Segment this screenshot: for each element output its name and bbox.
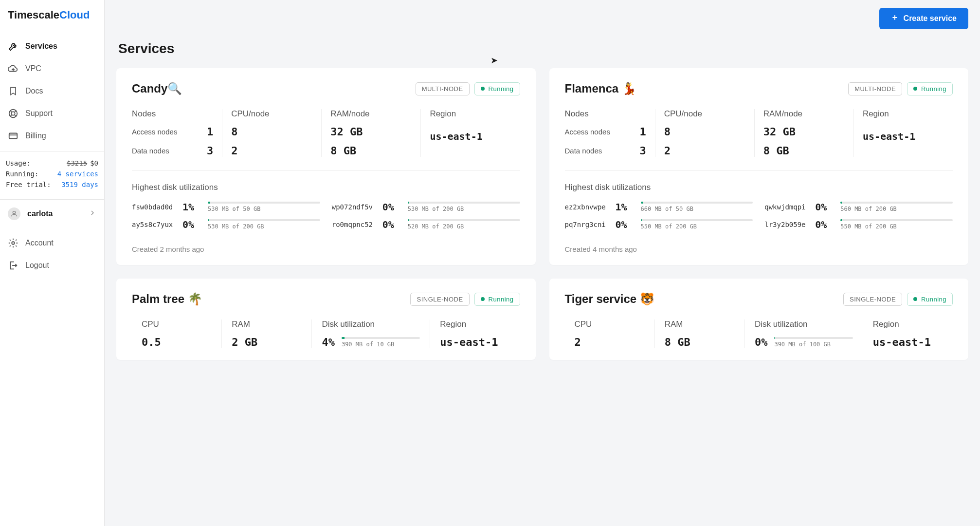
service-card[interactable]: Candy🔍 MULTI-NODE Running Nodes Access n… [116,68,536,265]
stat-value: 32 GB [763,126,796,138]
sidebar-item-label: Docs [25,87,43,95]
disk-pct: 0% [382,219,402,230]
dot-icon [913,297,917,301]
disk-row: ez2xbnvwpe1%660 MB of 50 GB [565,201,753,213]
svg-rect-2 [9,133,18,139]
sidebar-nav: Services VPC Docs Support Billing [0,35,104,151]
main: Create service Services Candy🔍 MULTI-NOD… [105,0,980,526]
stat-value: us-east-1 [873,336,943,348]
disk-sub: 560 MB of 200 GB [840,206,953,212]
sidebar-item-services[interactable]: Services [0,35,104,57]
sidebar-item-label: VPC [25,64,41,73]
trial-value[interactable]: 3519 days [61,181,98,188]
stat-value: 3 [639,145,646,157]
disk-bar [208,202,320,204]
stat-value: 8 GB [665,336,735,348]
disk-bar [641,202,753,204]
stat-label: Region [863,109,944,119]
page-title: Services [118,41,968,56]
stat-value: 1 [207,126,213,138]
disk-id: wp072ndf5v [332,203,377,211]
disk-pct: 1% [616,201,635,213]
status-badge: Running [474,293,520,306]
disk-row: wp072ndf5v0%530 MB of 200 GB [332,201,520,213]
chevron-right-icon [89,209,96,219]
create-service-button[interactable]: Create service [879,8,968,29]
disk-title: Highest disk utilizations [565,183,953,192]
stat-value: 2 [664,145,671,157]
stat-value: 32 GB [330,126,363,138]
service-name: Palm tree 🌴 [132,292,202,306]
stat-sublabel: Access nodes [565,128,610,136]
topbar: Create service [116,8,968,29]
stat-sublabel: Access nodes [132,128,177,136]
stat-label: Nodes [132,109,213,119]
disk-pct: 0% [815,219,835,230]
service-name: Tiger service 🐯 [565,292,654,306]
svg-point-3 [13,211,15,214]
node-type-badge: SINGLE-NODE [843,293,902,306]
disk-sub: 550 MB of 200 GB [840,223,953,230]
node-type-badge: MULTI-NODE [416,82,470,95]
profile-row[interactable]: carlota [0,200,104,228]
disk-bar [342,337,420,339]
stat-label: CPU/node [231,109,312,119]
status-badge: Running [907,293,953,306]
sidebar-item-account[interactable]: Account [0,232,104,254]
disk-id: pq7nrg3cni [565,221,610,228]
dot-icon [481,297,485,301]
plus-icon [891,14,899,23]
usage-value: $0 [90,159,98,167]
stat-label: RAM/node [763,109,845,119]
disk-id: qwkwjdmqpi [764,203,809,211]
sidebar-item-label: Support [25,109,53,118]
disk-sub: 530 MB of 50 GB [208,206,320,212]
stat-label: RAM/node [330,109,412,119]
sidebar-item-vpc[interactable]: VPC [0,57,104,80]
disk-id: lr3y2b059e [764,221,809,228]
disk-sub: 520 MB of 200 GB [408,223,520,230]
disk-id: ro0mqpnc52 [332,221,377,228]
service-card[interactable]: Palm tree 🌴 SINGLE-NODE Running CPU 0.5 … [116,279,536,360]
sidebar-item-support[interactable]: Support [0,102,104,125]
disk-sub: 390 MB of 100 GB [774,341,853,348]
sidebar-item-docs[interactable]: Docs [0,80,104,102]
card-icon [8,131,18,141]
disk-bar [774,337,853,339]
usage-panel: Usage: $3215$0 Running: 4 services Free … [0,151,104,200]
stat-value: 3 [207,145,213,157]
stat-label: Disk utilization [322,319,420,329]
stat-label: Disk utilization [755,319,853,329]
service-card[interactable]: Flamenca 💃 MULTI-NODE Running Nodes Acce… [549,68,969,265]
stat-label: CPU [575,319,645,329]
disk-id: ay5s8c7yux [132,221,177,228]
running-value[interactable]: 4 services [57,170,98,178]
wrench-icon [8,41,18,52]
disk-bar [208,219,320,221]
disk-bar [408,202,520,204]
status-badge: Running [474,82,520,95]
stat-value: 8 GB [763,145,789,157]
disk-pct: 0% [382,201,402,213]
stat-value: 2 GB [232,336,302,348]
stat-label: Region [440,319,510,329]
sidebar-item-billing[interactable]: Billing [0,125,104,147]
logo: TimescaleCloud [0,0,104,35]
stat-label: CPU [142,319,212,329]
stat-label: RAM [232,319,302,329]
sidebar-item-label: Billing [25,132,46,140]
created-text: Created 4 months ago [565,245,953,253]
stat-value: 2 [575,336,645,348]
trial-label: Free trial: [6,181,51,188]
service-card[interactable]: Tiger service 🐯 SINGLE-NODE Running CPU … [549,279,969,360]
stat-label: Region [430,109,511,119]
sidebar-item-logout[interactable]: Logout [0,254,104,277]
stat-value: us-east-1 [440,336,510,348]
disk-sub: 550 MB of 200 GB [641,223,753,230]
disk-pct: 1% [182,201,202,213]
disk-row: ay5s8c7yux0%530 MB of 200 GB [132,219,320,230]
disk-id: ez2xbnvwpe [565,203,610,211]
disk-sub: 530 MB of 200 GB [408,206,520,212]
stat-value: 4% [322,336,335,348]
sidebar-item-label: Account [25,239,54,247]
